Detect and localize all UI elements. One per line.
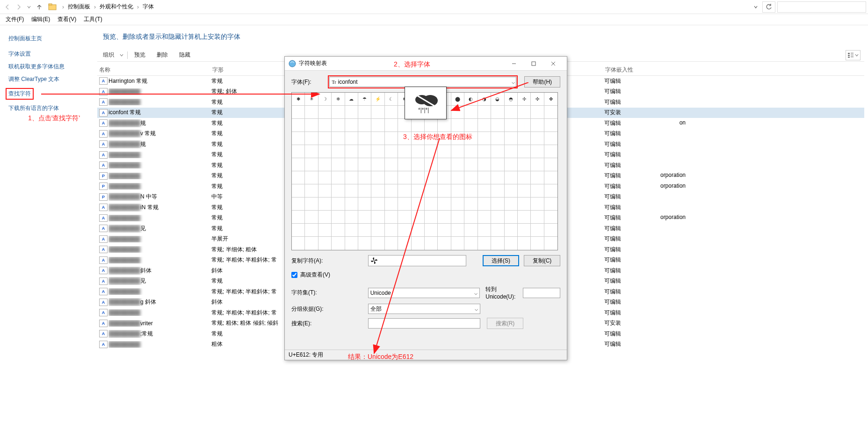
grid-cell[interactable] bbox=[345, 211, 358, 224]
grid-cell[interactable] bbox=[505, 184, 518, 197]
grid-cell[interactable] bbox=[464, 237, 477, 250]
grid-cell[interactable] bbox=[385, 106, 398, 119]
grid-cell[interactable] bbox=[305, 224, 318, 237]
grid-cell[interactable]: ☾ bbox=[385, 93, 398, 106]
grid-cell[interactable] bbox=[318, 224, 332, 237]
grid-cell[interactable] bbox=[358, 237, 371, 250]
toolbar-hide[interactable]: 隐藏 bbox=[174, 51, 196, 59]
grid-cell[interactable] bbox=[491, 119, 504, 132]
breadcrumb-item[interactable]: 控制面板 bbox=[66, 3, 92, 11]
grid-cell[interactable] bbox=[412, 119, 425, 132]
grid-cell[interactable] bbox=[464, 145, 477, 158]
grid-cell[interactable] bbox=[451, 224, 464, 237]
grid-cell[interactable] bbox=[531, 106, 544, 119]
grid-cell[interactable] bbox=[385, 211, 398, 224]
grid-cell[interactable] bbox=[412, 158, 425, 171]
grid-cell[interactable] bbox=[544, 132, 557, 145]
grid-cell[interactable] bbox=[425, 171, 438, 184]
grid-cell[interactable] bbox=[451, 171, 464, 184]
grid-cell[interactable] bbox=[345, 106, 358, 119]
grid-cell[interactable] bbox=[358, 132, 371, 145]
maximize-button[interactable] bbox=[524, 57, 543, 70]
grid-cell[interactable] bbox=[451, 106, 464, 119]
grid-cell[interactable] bbox=[332, 211, 345, 224]
grid-cell[interactable] bbox=[478, 106, 491, 119]
grid-cell[interactable]: ✣ bbox=[531, 93, 544, 106]
grid-cell[interactable] bbox=[478, 211, 491, 224]
grid-cell[interactable] bbox=[518, 132, 531, 145]
grid-cell[interactable] bbox=[491, 224, 504, 237]
grid-cell[interactable] bbox=[292, 145, 305, 158]
grid-cell[interactable] bbox=[358, 211, 371, 224]
grid-cell[interactable] bbox=[292, 197, 305, 211]
grid-cell[interactable] bbox=[385, 224, 398, 237]
grid-cell[interactable] bbox=[425, 211, 438, 224]
grid-cell[interactable] bbox=[345, 145, 358, 158]
grid-cell[interactable]: ☂ bbox=[358, 93, 371, 106]
grid-cell[interactable]: ⚡ bbox=[371, 93, 384, 106]
search-field[interactable] bbox=[368, 318, 480, 329]
grid-cell[interactable] bbox=[544, 145, 557, 158]
grid-cell[interactable] bbox=[518, 211, 531, 224]
grid-cell[interactable]: ◐ bbox=[464, 93, 477, 106]
grid-cell[interactable] bbox=[305, 171, 318, 184]
grid-cell[interactable] bbox=[292, 184, 305, 197]
grid-cell[interactable] bbox=[398, 197, 411, 211]
select-button[interactable]: 选择(S) bbox=[483, 255, 519, 266]
copy-button[interactable]: 复制(C) bbox=[524, 255, 560, 266]
grid-cell[interactable] bbox=[292, 158, 305, 171]
grid-cell[interactable] bbox=[371, 132, 384, 145]
grid-cell[interactable] bbox=[358, 158, 371, 171]
grid-cell[interactable] bbox=[491, 158, 504, 171]
grid-cell[interactable] bbox=[318, 184, 332, 197]
grid-cell[interactable] bbox=[398, 158, 411, 171]
grid-cell[interactable] bbox=[505, 171, 518, 184]
grid-cell[interactable] bbox=[398, 171, 411, 184]
close-button[interactable] bbox=[543, 57, 563, 70]
menu-view[interactable]: 查看(V) bbox=[54, 15, 80, 23]
sidebar-cleartype[interactable]: 调整 ClearType 文本 bbox=[8, 75, 90, 83]
grid-cell[interactable] bbox=[371, 119, 384, 132]
grid-cell[interactable] bbox=[358, 224, 371, 237]
grid-cell[interactable] bbox=[518, 237, 531, 250]
grid-cell[interactable] bbox=[292, 237, 305, 250]
grid-cell[interactable] bbox=[531, 145, 544, 158]
grid-cell[interactable] bbox=[478, 145, 491, 158]
grid-cell[interactable] bbox=[451, 158, 464, 171]
search-input[interactable] bbox=[777, 1, 866, 13]
grid-cell[interactable] bbox=[425, 145, 438, 158]
grid-cell[interactable] bbox=[491, 237, 504, 250]
grid-cell[interactable] bbox=[292, 132, 305, 145]
grid-cell[interactable] bbox=[371, 237, 384, 250]
grid-cell[interactable] bbox=[518, 106, 531, 119]
grid-cell[interactable] bbox=[412, 197, 425, 211]
grid-cell[interactable] bbox=[478, 224, 491, 237]
grid-cell[interactable] bbox=[371, 171, 384, 184]
grid-cell[interactable] bbox=[385, 132, 398, 145]
grid-cell[interactable] bbox=[425, 224, 438, 237]
grid-cell[interactable] bbox=[531, 211, 544, 224]
grid-cell[interactable] bbox=[332, 197, 345, 211]
menu-edit[interactable]: 编辑(E) bbox=[28, 15, 54, 23]
grid-cell[interactable] bbox=[345, 171, 358, 184]
grid-cell[interactable] bbox=[478, 132, 491, 145]
grid-cell[interactable] bbox=[544, 197, 557, 211]
grid-cell[interactable] bbox=[451, 145, 464, 158]
grid-cell[interactable] bbox=[292, 211, 305, 224]
grid-cell[interactable] bbox=[398, 237, 411, 250]
grid-cell[interactable] bbox=[531, 197, 544, 211]
grid-cell[interactable] bbox=[464, 211, 477, 224]
grid-cell[interactable] bbox=[438, 171, 451, 184]
grid-cell[interactable] bbox=[332, 106, 345, 119]
grid-cell[interactable] bbox=[371, 106, 384, 119]
grid-cell[interactable] bbox=[412, 132, 425, 145]
grid-cell[interactable] bbox=[305, 158, 318, 171]
grid-cell[interactable] bbox=[358, 197, 371, 211]
grid-cell[interactable] bbox=[544, 184, 557, 197]
grid-cell[interactable] bbox=[438, 211, 451, 224]
grid-cell[interactable] bbox=[425, 119, 438, 132]
grid-cell[interactable] bbox=[318, 171, 332, 184]
grid-cell[interactable] bbox=[371, 184, 384, 197]
grid-cell[interactable] bbox=[518, 145, 531, 158]
grid-cell[interactable] bbox=[544, 211, 557, 224]
